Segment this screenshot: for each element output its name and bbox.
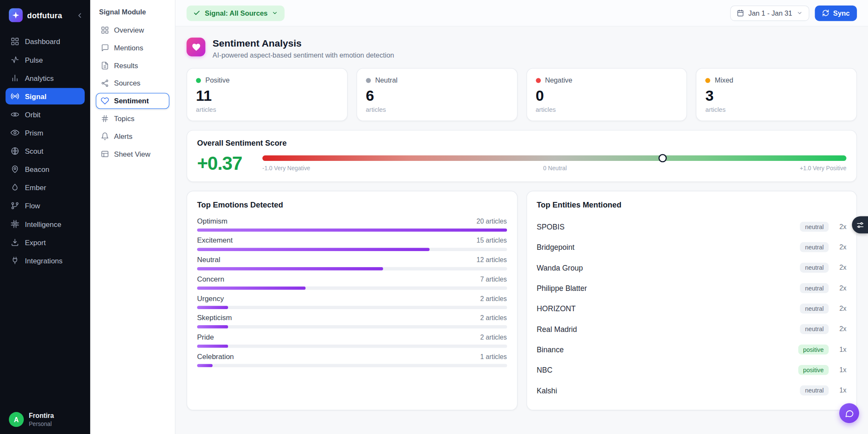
- orbit-icon: [11, 110, 19, 119]
- emotion-count: 20 articles: [476, 217, 506, 225]
- stat-label: Mixed: [715, 76, 734, 84]
- sidebar-item-flow[interactable]: Flow: [6, 197, 85, 214]
- sidebar-item-pulse[interactable]: Pulse: [6, 51, 85, 68]
- emotion-row-top: Optimism 20 articles: [197, 217, 507, 225]
- sentiment-score-marker[interactable]: [658, 154, 667, 162]
- sidebar-item-signal[interactable]: Signal: [6, 88, 85, 105]
- entity-row-binance[interactable]: Binance positive 1x: [537, 340, 846, 360]
- emotion-row-top: Urgency 2 articles: [197, 294, 507, 302]
- sidebar-collapse-button[interactable]: [76, 11, 83, 19]
- entity-row-nbc[interactable]: NBC positive 1x: [537, 360, 846, 380]
- entity-count: 2x: [833, 325, 846, 333]
- emotion-count: 2 articles: [480, 314, 507, 321]
- module-sidebar: Signal Module OverviewMentionsResultsSou…: [90, 0, 175, 434]
- module-item-mentions[interactable]: Mentions: [96, 40, 170, 56]
- sentiment-badge: neutral: [800, 386, 829, 396]
- module-item-alerts[interactable]: Alerts: [96, 128, 170, 144]
- file-text-icon: [101, 61, 109, 70]
- sidebar-item-ember[interactable]: Ember: [6, 179, 85, 196]
- entity-row-spobis[interactable]: SPOBIS neutral 2x: [537, 217, 846, 237]
- date-range-button[interactable]: Jan 1 - Jan 31: [730, 5, 810, 21]
- emotion-row-top: Neutral 12 articles: [197, 255, 507, 264]
- entity-row-bridgepoint[interactable]: Bridgepoint neutral 2x: [537, 237, 846, 257]
- stat-card-top: Positive: [196, 76, 338, 84]
- emotion-label: Concern: [197, 275, 224, 283]
- emotion-count: 2 articles: [480, 333, 507, 341]
- module-item-label: Sheet View: [114, 150, 150, 158]
- scale-mid-label: 0 Neutral: [543, 165, 567, 171]
- overall-row: +0.37 -1.0 Very Negative 0 Neutral +1.0 …: [197, 152, 846, 174]
- entity-row-kalshi[interactable]: Kalshi neutral 1x: [537, 380, 846, 401]
- source-filter-pill[interactable]: Signal: All Sources: [186, 5, 285, 21]
- entity-name: SPOBIS: [537, 223, 800, 231]
- status-dot-icon: [536, 78, 541, 83]
- sidebar-item-export[interactable]: Export: [6, 234, 85, 250]
- brand-name: dotfutura: [27, 11, 71, 19]
- sidebar-item-label: Scout: [25, 147, 43, 155]
- emotions-panel: Top Emotions Detected Optimism 20 articl…: [186, 191, 517, 410]
- sync-button[interactable]: Sync: [815, 5, 857, 21]
- stat-label: Neutral: [375, 76, 398, 84]
- stat-label: Negative: [545, 76, 572, 84]
- sidebar-item-scout[interactable]: Scout: [6, 143, 85, 159]
- sidebar-item-prism[interactable]: Prism: [6, 124, 85, 141]
- sidebar-item-analytics[interactable]: Analytics: [6, 70, 85, 86]
- emotions-list: Optimism 20 articles Excitement 15 artic…: [197, 217, 507, 367]
- module-item-sources[interactable]: Sources: [96, 75, 170, 91]
- sentiment-badge: neutral: [800, 283, 829, 293]
- sentiment-badge: neutral: [800, 304, 829, 314]
- stat-card-negative: Negative 0 articles: [526, 68, 687, 121]
- sidebar-nav: DashboardPulseAnalyticsSignalOrbitPrismS…: [0, 29, 90, 273]
- emotion-bar-fill: [197, 325, 228, 329]
- map-pin-icon: [11, 165, 19, 174]
- stat-value: 11: [196, 88, 338, 105]
- module-item-label: Mentions: [114, 44, 143, 52]
- topbar: Signal: All Sources Jan 1 - Jan 31: [175, 0, 868, 27]
- entity-row-horizont[interactable]: HORIZONT neutral 2x: [537, 299, 846, 319]
- chat-fab-button[interactable]: [839, 403, 859, 423]
- sidebar-item-intelligence[interactable]: Intelligence: [6, 216, 85, 232]
- entity-count: 2x: [833, 223, 846, 231]
- user-profile[interactable]: A Frontira Personal: [0, 405, 90, 434]
- sentiment-scale: -1.0 Very Negative 0 Neutral +1.0 Very P…: [262, 155, 846, 171]
- entity-row-philippe-blatter[interactable]: Philippe Blatter neutral 2x: [537, 278, 846, 299]
- entity-row-real-madrid[interactable]: Real Madrid neutral 2x: [537, 319, 846, 339]
- main-area: Signal: All Sources Jan 1 - Jan 31: [175, 0, 868, 434]
- lower-panels: Top Emotions Detected Optimism 20 articl…: [186, 191, 857, 410]
- eye-icon: [11, 128, 19, 137]
- module-item-sheet-view[interactable]: Sheet View: [96, 146, 170, 162]
- entity-count: 2x: [833, 305, 846, 312]
- emotion-bar-track: [197, 344, 507, 348]
- sidebar-item-label: Beacon: [25, 165, 50, 174]
- emotion-bar-fill: [197, 306, 228, 309]
- module-item-overview[interactable]: Overview: [96, 22, 170, 38]
- sidebar-item-orbit[interactable]: Orbit: [6, 106, 85, 123]
- sidebar-item-beacon[interactable]: Beacon: [6, 161, 85, 177]
- entity-name: Philippe Blatter: [537, 284, 800, 293]
- sentiment-badge: positive: [798, 365, 829, 375]
- emotion-row-top: Pride 2 articles: [197, 333, 507, 341]
- entity-count: 2x: [833, 243, 846, 251]
- module-item-sentiment[interactable]: Sentiment: [96, 93, 170, 109]
- cpu-icon: [11, 220, 19, 229]
- stat-value: 3: [705, 88, 847, 105]
- emotion-label: Urgency: [197, 294, 224, 302]
- emotion-count: 1 articles: [480, 353, 507, 360]
- entity-name: Wanda Group: [537, 264, 800, 272]
- emotion-row-pride: Pride 2 articles: [197, 333, 507, 348]
- module-item-label: Sentiment: [114, 97, 149, 105]
- module-item-topics[interactable]: Topics: [96, 111, 170, 127]
- emotion-label: Pride: [197, 333, 214, 341]
- download-icon: [11, 238, 19, 247]
- settings-flyout-tab[interactable]: [852, 216, 868, 233]
- sentiment-gradient-bar: [262, 155, 846, 161]
- module-item-label: Overview: [114, 26, 144, 34]
- entity-row-wanda-group[interactable]: Wanda Group neutral 2x: [537, 257, 846, 278]
- sidebar-item-dashboard[interactable]: Dashboard: [6, 33, 85, 50]
- sidebar-item-integrations[interactable]: Integrations: [6, 252, 85, 269]
- page-subtitle: AI-powered aspect-based sentiment with e…: [213, 51, 394, 59]
- emotion-row-celebration: Celebration 1 articles: [197, 352, 507, 367]
- page-content: Sentiment Analysis AI-powered aspect-bas…: [175, 27, 868, 434]
- module-item-results[interactable]: Results: [96, 58, 170, 74]
- emotion-row-optimism: Optimism 20 articles: [197, 217, 507, 232]
